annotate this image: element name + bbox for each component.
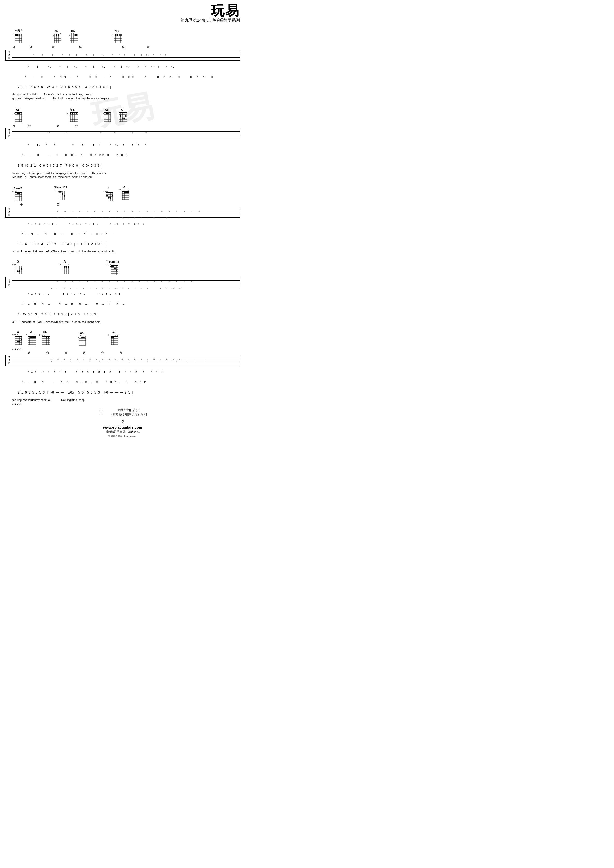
chord-A5-svg-4: x x x [77,335,87,347]
svg-text:xo: xo [26,334,28,336]
chord-G5-svg: 3 x x [107,334,119,347]
chord-diagram-F5: 2 x [12,33,23,44]
tab-B-2: B [8,135,10,138]
chord-A-svg-3: xo 1 [26,334,37,347]
chord-diagram-F5-2: 2 x x [112,33,122,44]
chord-A5-svg-2: x x x [12,112,23,123]
chord-F5-2: #F5 2 x x [112,29,122,45]
svg-text:×: × [14,263,15,265]
svg-point-25 [58,34,59,36]
svg-text:xo: xo [119,189,121,191]
chord-A-1: A xo 1 [119,185,130,202]
svg-text:oooo×: oooo× [12,334,18,336]
svg-text:x: x [118,112,120,115]
svg-text:x: x [103,112,104,115]
svg-text:x: x [117,335,118,337]
svg-point-237 [34,336,36,338]
subtitle: 第九季第14集 吉他弹唱教学系列 [180,18,240,23]
svg-point-82 [72,113,73,115]
svg-point-94 [106,113,107,115]
tab-B-4: B [8,284,10,287]
svg-text:x: x [14,112,15,115]
svg-point-222 [19,341,20,342]
svg-point-137 [60,191,62,193]
chord-A-3: A xo 1 [26,330,37,347]
svg-point-167 [127,192,129,193]
mute-5-5: ⊗ [101,351,104,355]
chord-diagram-B5: x x x [68,33,78,44]
repeat-marker-1: 𝑆↓1.2.3. [12,347,22,350]
svg-point-39 [76,34,78,36]
svg-point-209 [114,268,116,269]
chord-G-3: G oooo × [12,260,23,276]
svg-text:2: 2 [112,34,113,36]
thumb-5: M — M M — M M M — M — M M M M — M M M M [22,381,146,383]
mute-sys2-4: ⊗ [75,124,78,128]
thumb-3: M — M — M — M — M — M — M — M — [22,232,113,235]
svg-point-236 [32,336,34,338]
chord-Fmadd11-svg: 2 x [55,189,67,202]
svg-point-139 [64,195,65,197]
mute-sys2-2: ⊗ [28,124,31,128]
chord-B5-2: B5 2 x x x [39,330,51,347]
svg-point-152 [110,197,112,198]
svg-text:x: x [71,33,72,34]
svg-text:2: 2 [55,189,56,191]
arrow-graphic: ↑↑ [98,408,104,417]
lyrics-2b: Ma-king a home down there, as mine sure … [5,175,240,178]
svg-text:2: 2 [107,264,108,266]
svg-point-53 [115,34,116,36]
svg-text:x: x [44,335,45,337]
svg-text:x: x [69,34,70,36]
tab-numbers-3: 2 1 6 1 1 3 3 | 2 1 6 1 1 3 3 | 2 1 1 1 … [5,239,240,250]
mute-sys2-1: ⊗ [12,124,15,128]
svg-text:3: 3 [107,334,109,336]
svg-point-179 [17,270,19,272]
thumb-2: M — M — M M M — M M M M-M M M M M [22,154,127,157]
svg-text:x: x [110,263,111,265]
chord-Fmadd11-svg-2: 2 x [107,263,119,276]
svg-point-223 [21,339,22,340]
chord-Asus2: Asus2 xo oo [12,187,23,202]
svg-text:2: 2 [39,334,40,336]
chord-Fmadd11-1: #Fmadd11 2 x [54,185,67,202]
tab-A-4: A [8,281,10,284]
svg-text:x: x [80,335,81,337]
svg-point-108 [120,115,121,117]
header: 玩易 第九季第14集 吉他弹唱教学系列 [5,4,240,23]
system-2: A5 x x x [5,102,240,178]
svg-text:x: x [74,112,75,115]
strum-5: ↑ ↓ ↑ ↑ ↑ ↑ ↑ ↑ ↑ ↑ × ↑ × ↑ × ↑ ↑ ↑ × ↑ … [23,370,163,374]
strum-3: ↑ ↓ ↑ ↓ ↑ ↓ ↑ ↓ ↑ ↓ ↑ ↓ ↑ ↓ ↑ ↓ ↑ ↓ ↑ ↑ … [23,222,145,225]
tab-A-3: A [8,211,10,214]
mute-3-1: ⊗ [20,202,23,206]
svg-point-278 [112,336,114,338]
tab-A-5: A [8,359,10,362]
chord-F5-svg-3: 2 x x [67,112,78,123]
mute-6: ⊗ [146,45,149,49]
mute-3-2: ⊗ [56,202,59,206]
chord-G-4: G oooo× [12,330,23,347]
svg-text:x: x [119,34,120,36]
lyrics-1a: th-ingsthat I will do Th-ere's a fi-re s… [5,93,240,96]
repeat-marker-2: 𝑆↓1.2.3. [12,402,22,405]
mute-5-4: ⊗ [83,351,85,355]
svg-text:x: x [19,34,21,36]
tab-T-3: T [8,208,10,211]
svg-text:oooo: oooo [103,190,108,192]
chord-Fmadd11-2: #Fmadd11 2 x [106,260,120,276]
svg-text:1: 1 [68,264,69,265]
svg-point-38 [74,34,76,36]
chord-A-2: A xo 1 [59,260,70,276]
chord-A-svg-2: xo 1 [59,263,70,276]
svg-text:1: 1 [128,189,129,191]
chord-F5-3: #F5 2 x x [67,108,78,123]
svg-text:2: 2 [67,112,68,115]
chord-F5-1: #F5 2 [12,29,23,45]
svg-text:x: x [115,335,116,337]
thumb-4: M — M M — M — M M — M — M M — [22,303,124,305]
tab-T-2: T [8,129,10,132]
svg-text:x: x [53,34,54,36]
system-5: G oooo× A [5,326,240,405]
mute-5-2: ⊗ [46,351,49,355]
